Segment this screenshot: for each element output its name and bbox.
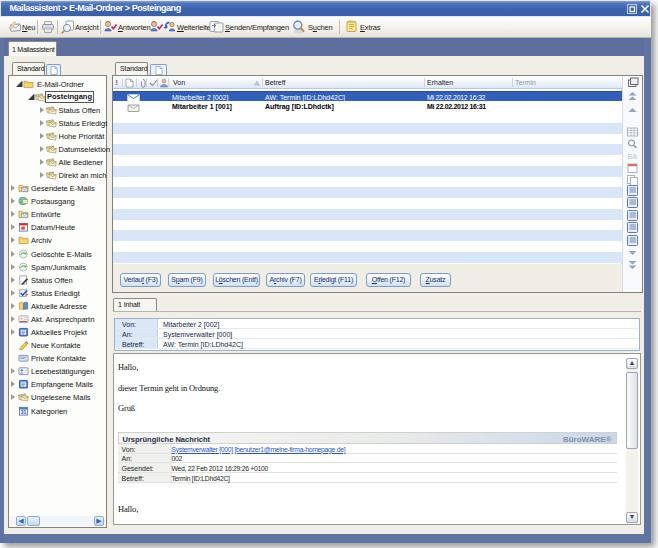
svg-text:BA: BA	[628, 153, 638, 160]
svg-text:31: 31	[21, 408, 27, 414]
